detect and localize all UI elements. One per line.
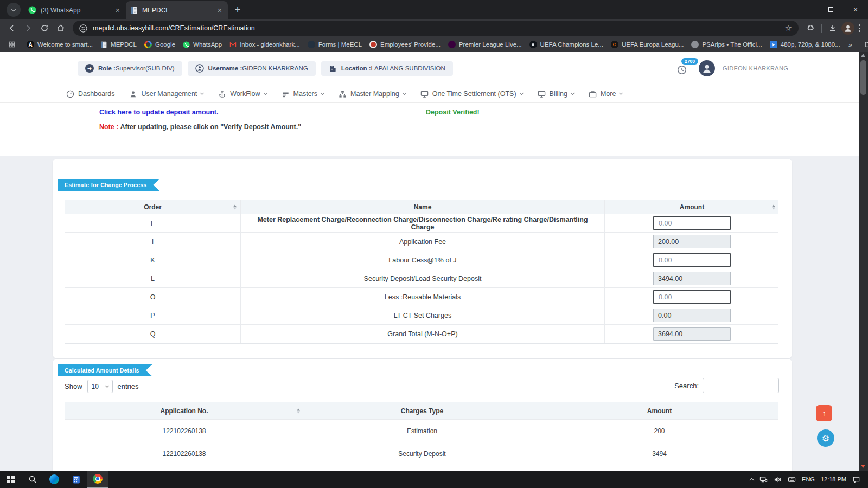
start-button[interactable]: [0, 471, 22, 488]
bookmark-psarips[interactable]: PSArips • The Offici...: [687, 40, 765, 49]
downloads-button[interactable]: [825, 21, 840, 36]
bookmark-mepdcl[interactable]: MEPDCL: [97, 40, 141, 49]
nav-dashboards[interactable]: Dashboards: [66, 90, 114, 98]
reload-button[interactable]: [37, 21, 52, 36]
nav-more[interactable]: More: [589, 90, 622, 98]
amount-input[interactable]: [653, 216, 731, 230]
column-header-name[interactable]: Name: [241, 200, 605, 214]
nav-label: Masters: [293, 90, 317, 98]
clock-time[interactable]: 12:18 PM: [821, 476, 846, 483]
nav-ots[interactable]: One Time Settlement (OTS): [420, 90, 523, 98]
search-input[interactable]: [703, 378, 779, 393]
nav-workflow[interactable]: WorkFlow: [218, 90, 266, 98]
nav-billing[interactable]: Billing: [538, 90, 574, 98]
chrome-icon: [93, 474, 103, 484]
apps-grid-icon: [8, 41, 16, 48]
address-bar[interactable]: mepdcl.ubs.ieasybill.com/CREstimation/CR…: [73, 21, 799, 36]
bookmarks-overflow-button[interactable]: »: [844, 41, 857, 49]
chevron-down-icon: [619, 91, 623, 95]
settings-fab-button[interactable]: ⚙: [817, 429, 834, 447]
column-header-amount[interactable]: Amount: [540, 402, 778, 419]
scroll-to-top-button[interactable]: ↑: [816, 405, 832, 421]
bookmark-google[interactable]: Google: [141, 40, 179, 49]
tray-expand-icon[interactable]: [750, 478, 754, 482]
new-tab-button[interactable]: +: [230, 2, 245, 17]
bookmark-premier-league[interactable]: Premier League Live...: [444, 40, 526, 49]
table-row: 122102260138 Estimation 200: [65, 420, 778, 442]
notifications-icon[interactable]: [852, 476, 860, 484]
calculated-card: Calculated Amount Details Show 10 entrie…: [53, 359, 792, 471]
bookmark-gmail[interactable]: Inbox - gideonkhark...: [226, 40, 304, 49]
chevron-down-icon: [321, 91, 324, 95]
column-header-application-no[interactable]: Application No.: [65, 402, 304, 419]
page-scrollbar[interactable]: [859, 52, 868, 471]
calculator-icon: [72, 475, 81, 484]
scrollbar-down-arrow[interactable]: [861, 465, 865, 468]
taskbar-calculator-button[interactable]: [65, 471, 87, 488]
update-deposit-link[interactable]: Click here to update deposit amount.: [99, 108, 218, 116]
browser-menu-button[interactable]: [856, 24, 864, 32]
application-no-cell: 122102260138: [65, 442, 304, 465]
site-header: ➜ Role :Supervisor(SUB DIV) Username :GI…: [0, 52, 859, 85]
back-button[interactable]: [4, 21, 20, 36]
entries-select[interactable]: 10: [87, 380, 113, 393]
browser-toolbar: mepdcl.ubs.ieasybill.com/CREstimation/CR…: [0, 19, 868, 37]
column-header-amount[interactable]: Amount: [605, 200, 779, 214]
taskbar-chrome-button[interactable]: [87, 471, 108, 488]
taskbar-edge-button[interactable]: [43, 471, 65, 488]
psarips-icon: [691, 41, 699, 48]
user-icon: [195, 64, 204, 73]
nav-master-mapping[interactable]: Master Mapping: [339, 90, 406, 98]
building-icon: [329, 65, 337, 73]
bookmark-epf[interactable]: Employees' Provide...: [366, 40, 444, 49]
mepdcl-favicon: [130, 7, 138, 14]
tab-close-icon[interactable]: ×: [114, 6, 122, 15]
dashboard-icon: [66, 90, 74, 98]
scrollbar-up-arrow[interactable]: [861, 54, 865, 57]
folder-icon: [865, 41, 868, 48]
order-cell: K: [65, 251, 241, 269]
language-indicator[interactable]: ENG: [802, 476, 815, 483]
bookmark-forms-meecl[interactable]: Forms | MeECL: [304, 40, 366, 49]
tab-close-icon[interactable]: ×: [216, 6, 224, 15]
note-label: Note :: [99, 123, 118, 131]
home-button[interactable]: [53, 21, 68, 36]
forward-button[interactable]: [21, 21, 36, 36]
apps-button[interactable]: [5, 38, 18, 50]
bookmark-ucl[interactable]: UEFA Champions Le...: [526, 40, 607, 49]
speaker-icon[interactable]: [774, 476, 782, 484]
uel-icon: [613, 43, 616, 46]
browser-profile-avatar[interactable]: [841, 22, 854, 35]
search-icon: [28, 475, 37, 484]
column-header-charges-type[interactable]: Charges Type: [304, 402, 540, 419]
all-bookmarks-button[interactable]: All Bookmarks: [861, 40, 868, 49]
nav-user-management[interactable]: User Management: [129, 90, 203, 98]
bookmark-welcome[interactable]: AWelcome to smart...: [23, 40, 97, 49]
sort-icon: [297, 408, 300, 413]
touch-keyboard-icon[interactable]: [788, 476, 796, 484]
bookmark-star-icon[interactable]: ☆: [782, 23, 795, 33]
profile-avatar[interactable]: [699, 60, 715, 76]
window-restore-button[interactable]: [818, 0, 843, 19]
network-icon[interactable]: [760, 476, 768, 484]
windows-taskbar: ENG 12:18 PM: [0, 471, 868, 488]
tab-mepdcl[interactable]: MEPDCL ×: [126, 1, 228, 19]
profile-name[interactable]: GIDEON KHARKRANG: [723, 65, 788, 72]
column-header-order[interactable]: Order: [65, 200, 241, 214]
tab-search-button[interactable]: [7, 3, 21, 17]
calculated-table-header: Application No. Charges Type Amount: [65, 402, 778, 420]
bookmark-whatsapp[interactable]: WhatsApp: [179, 40, 226, 49]
scrollbar-thumb[interactable]: [860, 60, 866, 95]
bookmark-uel[interactable]: UEFA Europa Leagu...: [607, 40, 687, 49]
amount-input[interactable]: [653, 253, 731, 267]
nav-masters[interactable]: Masters: [282, 90, 324, 98]
taskbar-search-button[interactable]: [22, 471, 43, 488]
calculated-section-title: Calculated Amount Details: [58, 364, 152, 376]
amount-input[interactable]: [653, 290, 731, 304]
bookmark-video[interactable]: 480p, 720p, & 1080...: [766, 40, 844, 49]
window-minimize-button[interactable]: –: [793, 0, 818, 19]
tab-whatsapp[interactable]: (3) WhatsApp ×: [24, 1, 126, 19]
window-close-button[interactable]: ×: [843, 0, 868, 19]
history-clock-button[interactable]: 2700: [677, 60, 691, 76]
extensions-button[interactable]: [803, 21, 818, 36]
